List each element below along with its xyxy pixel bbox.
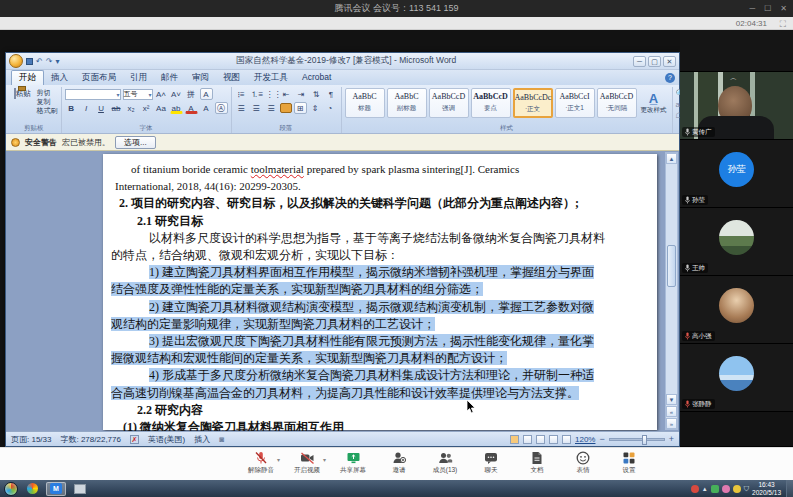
shrink-font-icon[interactable]: A˅ [170,88,183,100]
style-subtitle[interactable]: AaBbC副标题 [387,88,427,118]
change-styles-button[interactable]: A̲更改样式 [639,92,669,115]
superscript-icon[interactable]: x² [140,102,153,114]
word-close-button[interactable]: ✕ [663,56,676,67]
bold-icon[interactable]: B [65,102,78,114]
view-fullscreen-icon[interactable] [523,435,532,444]
view-print-layout-icon[interactable] [510,435,519,444]
change-case-icon[interactable]: Aa [155,102,168,114]
next-page-icon[interactable]: » [666,418,677,429]
unmute-button[interactable]: 解除静音 ▾ [243,451,279,475]
char-border-icon[interactable]: A [200,88,213,100]
tab-insert[interactable]: 插入 [44,70,75,85]
participant-tile-empty[interactable] [680,412,793,447]
cut-button[interactable]: 剪切 [37,88,58,97]
borders-icon[interactable]: ⊞ [294,102,307,114]
numbering-icon[interactable]: ⒈≡ [250,88,263,100]
fill-color-icon[interactable]: ◔ [324,102,337,114]
zoom-slider-thumb[interactable] [642,435,647,445]
taskbar-app-meeting[interactable]: M [46,482,66,496]
style-keypoint[interactable]: AaBbCcD要点 [471,88,511,118]
share-screen-button[interactable]: 共享屏幕 [335,451,371,475]
undo-icon[interactable]: ↶ [36,57,43,66]
scroll-down-icon[interactable]: ▼ [666,394,677,405]
line-spacing-icon[interactable]: ⇕ [309,102,322,114]
decrease-indent-icon[interactable]: ⇤ [280,88,293,100]
paste-button[interactable]: 粘贴 [10,88,34,118]
word-count[interactable]: 字数: 278/22,776 [60,434,120,445]
tab-references[interactable]: 引用 [123,70,154,85]
zoom-in-icon[interactable]: + [669,435,674,444]
chat-button[interactable]: 聊天 [473,451,509,475]
zoom-level[interactable]: 120% [575,435,595,444]
style-title[interactable]: AaBbC标题 [345,88,385,118]
collapse-icon[interactable]: ︿ [730,73,737,83]
start-video-button[interactable]: 开启视频 ▾ [289,451,325,475]
scroll-up-icon[interactable]: ▲ [666,153,677,164]
enclose-char-icon[interactable]: Ⓐ [215,102,228,114]
view-web-layout-icon[interactable] [536,435,545,444]
vertical-scrollbar[interactable]: ▲ ▼ « » [665,152,678,430]
align-right-icon[interactable]: ☰ [265,102,278,114]
language-indicator[interactable]: 英语(美国) [148,434,185,445]
tab-view[interactable]: 视图 [216,70,247,85]
strikethrough-icon[interactable]: ab [110,102,123,114]
tab-page-layout[interactable]: 页面布局 [75,70,123,85]
tab-developer[interactable]: 开发工具 [247,70,295,85]
fullscreen-icon[interactable]: ⛶ [780,18,786,30]
increase-indent-icon[interactable]: ⇥ [295,88,308,100]
participant-tile[interactable]: 王帅 [680,208,793,276]
pinyin-icon[interactable]: 拼 [185,88,198,100]
docs-button[interactable]: 文档 [519,451,555,475]
style-emphasis[interactable]: AaBbCcD强调 [429,88,469,118]
shading-icon[interactable] [280,103,292,113]
participant-tile[interactable]: 张静静 [680,344,793,412]
participant-tile-empty[interactable] [680,30,793,72]
tray-pink-icon[interactable] [722,485,730,493]
save-icon[interactable] [26,58,33,65]
multilevel-list-icon[interactable]: ⋮⋮ [265,88,278,100]
view-draft-icon[interactable] [562,435,571,444]
document-canvas[interactable]: of titanium boride ceramic toolmaterial … [6,151,679,431]
scrollbar-thumb[interactable] [667,245,676,287]
insert-mode[interactable]: 插入 [194,434,210,445]
bullets-icon[interactable]: ⁝≡ [235,88,248,100]
emoji-button[interactable]: 表情 [565,451,601,475]
redo-icon[interactable]: ↷ [46,57,53,66]
taskbar-app-browser[interactable] [22,482,42,496]
mic-dropdown-icon[interactable]: ▾ [277,456,280,463]
document-page[interactable]: of titanium boride ceramic toolmaterial … [103,154,657,430]
show-marks-icon[interactable]: ¶ [325,88,338,100]
tab-mailings[interactable]: 邮件 [154,70,185,85]
tray-expand-icon[interactable]: ▲ [702,486,708,492]
style-nospacing[interactable]: AaBbCcD·无间隔 [597,88,637,118]
video-dropdown-icon[interactable]: ▾ [323,456,326,463]
tray-notification-icon[interactable] [691,485,699,493]
format-painter-button[interactable]: 格式刷 [37,106,58,115]
close-button[interactable]: ✕ [780,0,787,17]
participant-tile[interactable]: 高小强 [680,276,793,344]
grow-font-icon[interactable]: A˄ [155,88,168,100]
underline-icon[interactable]: U [95,102,108,114]
help-icon[interactable]: ? [665,73,675,83]
align-left-icon[interactable]: ☰ [235,102,248,114]
taskbar-app-window[interactable] [70,482,90,496]
sort-icon[interactable]: ⇅ [310,88,323,100]
settings-button[interactable]: 设置 [611,451,647,475]
tab-review[interactable]: 审阅 [185,70,216,85]
align-center-icon[interactable]: ☰ [250,102,263,114]
previous-page-icon[interactable]: « [666,406,677,417]
members-button[interactable]: 成员(13) [427,451,463,475]
office-button[interactable] [9,54,23,68]
macro-record-icon[interactable]: ◙ [219,435,224,444]
page-indicator[interactable]: 页面: 15/33 [11,434,51,445]
subscript-icon[interactable]: x₂ [125,102,138,114]
style-body-selected[interactable]: AaBbCcDc·正文 [513,88,553,118]
highlight-color-icon[interactable]: ab [170,102,183,114]
maximize-button[interactable]: ☐ [764,0,771,17]
network-icon[interactable]: ⛉ [744,485,749,493]
spellcheck-icon[interactable]: ✗ [130,435,139,444]
tray-green-icon[interactable] [711,485,719,493]
tab-acrobat[interactable]: Acrobat [295,70,338,85]
tray-yellow-icon[interactable] [733,485,741,493]
show-desktop-button[interactable] [786,480,793,497]
